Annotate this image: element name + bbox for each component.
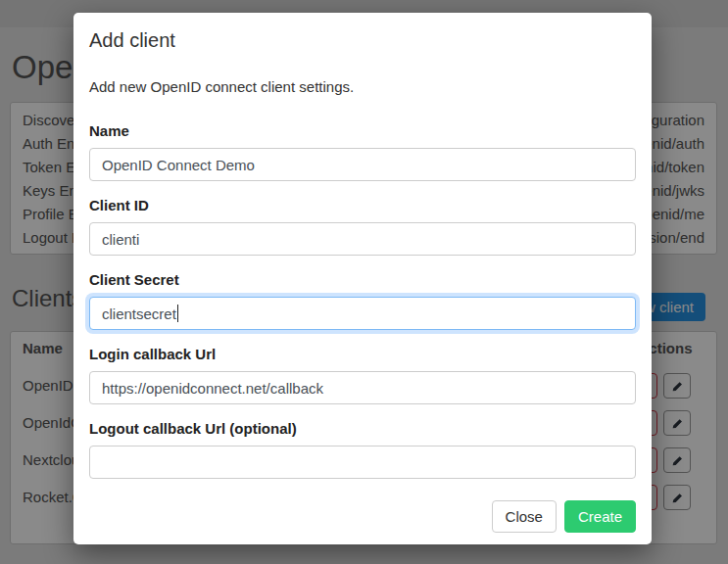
text-cursor	[177, 305, 178, 322]
close-button[interactable]: Close	[492, 500, 557, 533]
name-label: Name	[89, 122, 636, 139]
client-id-input[interactable]	[89, 222, 636, 256]
name-input[interactable]	[89, 148, 636, 181]
create-button[interactable]: Create	[564, 500, 636, 533]
client-id-field-group: Client ID	[89, 197, 636, 256]
logout-callback-input[interactable]	[89, 446, 636, 479]
client-secret-label: Client Secret	[89, 271, 636, 288]
client-secret-value: clientsecret	[102, 306, 176, 322]
screen: OpenID Connect Discovery Endpoint /.well…	[0, 0, 728, 564]
name-field-group: Name	[89, 122, 636, 181]
logout-callback-label: Logout callback Url (optional)	[89, 420, 636, 437]
modal-footer: Close Create	[89, 500, 636, 533]
client-id-label: Client ID	[89, 197, 636, 213]
login-callback-field-group: Login callback Url	[89, 346, 636, 404]
client-secret-field-group: Client Secret clientsecret	[89, 271, 636, 330]
modal-title: Add client	[89, 29, 636, 52]
modal-description: Add new OpenID connect client settings.	[89, 78, 636, 95]
add-client-modal: Add client Add new OpenID connect client…	[73, 13, 652, 544]
client-secret-input[interactable]: clientsecret	[89, 297, 636, 330]
logout-callback-field-group: Logout callback Url (optional)	[89, 420, 636, 479]
login-callback-input[interactable]	[89, 371, 636, 404]
login-callback-label: Login callback Url	[89, 346, 636, 362]
